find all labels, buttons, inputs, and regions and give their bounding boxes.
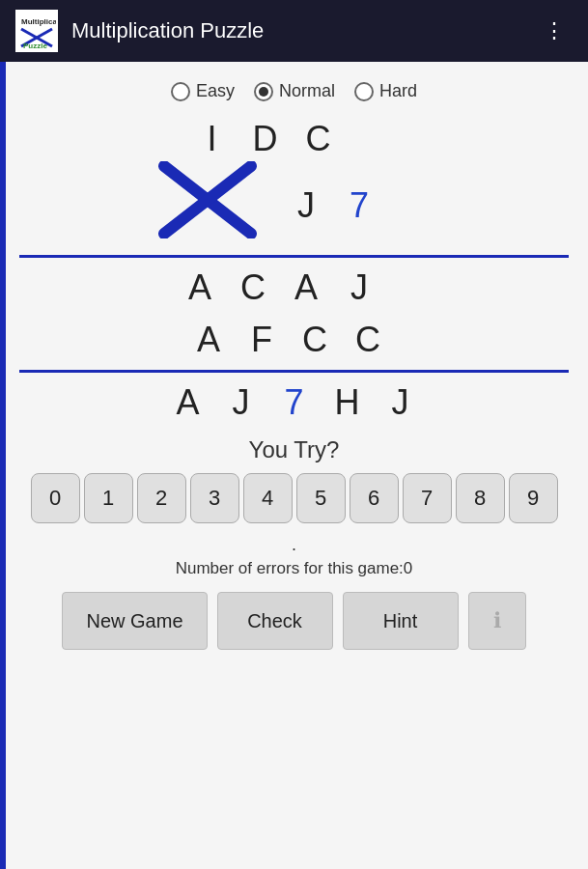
label-normal: Normal bbox=[279, 81, 335, 101]
multiply-symbol bbox=[145, 161, 270, 249]
num-btn-9[interactable]: 9 bbox=[509, 473, 558, 523]
res2-F: F bbox=[236, 320, 289, 360]
num-btn-1[interactable]: 1 bbox=[84, 473, 133, 523]
puzzle-cell-7: 7 bbox=[333, 185, 386, 226]
divider-bottom bbox=[19, 370, 569, 373]
top-number-row: I D C bbox=[185, 119, 403, 159]
main-content: Easy Normal Hard I D C J bbox=[0, 62, 588, 869]
puzzle-cell-I: I bbox=[185, 119, 238, 159]
svg-text:Puzzle: Puzzle bbox=[23, 42, 47, 50]
difficulty-easy[interactable]: Easy bbox=[171, 81, 235, 101]
res1-C: C bbox=[227, 267, 280, 308]
num-btn-4[interactable]: 4 bbox=[243, 473, 293, 523]
puzzle-cell-D: D bbox=[238, 119, 292, 159]
final-J2: J bbox=[374, 382, 427, 423]
final-J: J bbox=[214, 382, 267, 423]
difficulty-normal[interactable]: Normal bbox=[254, 81, 335, 101]
num-btn-7[interactable]: 7 bbox=[403, 473, 452, 523]
second-number-row: J 7 bbox=[280, 185, 444, 226]
res2-C2: C bbox=[342, 320, 395, 360]
num-btn-6[interactable]: 6 bbox=[350, 473, 399, 523]
puzzle-cell-C: C bbox=[292, 119, 345, 159]
radio-hard[interactable] bbox=[354, 82, 374, 101]
puzzle-cell-J2: J bbox=[280, 185, 333, 226]
final-A: A bbox=[161, 382, 214, 423]
info-button[interactable]: ℹ bbox=[468, 592, 526, 650]
bottom-buttons: New Game Check Hint ℹ bbox=[62, 592, 525, 650]
num-btn-5[interactable]: 5 bbox=[296, 473, 346, 523]
final-7: 7 bbox=[267, 382, 321, 423]
you-try-label: You Try? bbox=[249, 436, 340, 463]
number-pad: 0 1 2 3 4 5 6 7 8 9 bbox=[31, 473, 558, 523]
label-hard: Hard bbox=[379, 81, 417, 101]
num-btn-3[interactable]: 3 bbox=[190, 473, 239, 523]
top-bar: Multiplication Puzzle Multiplication Puz… bbox=[0, 0, 588, 62]
difficulty-hard[interactable]: Hard bbox=[354, 81, 417, 101]
divider-top bbox=[19, 255, 569, 258]
num-btn-0[interactable]: 0 bbox=[31, 473, 80, 523]
menu-icon[interactable]: ⋮ bbox=[536, 11, 573, 51]
num-btn-2[interactable]: 2 bbox=[137, 473, 186, 523]
app-icon: Multiplication Puzzle bbox=[15, 10, 58, 52]
check-button[interactable]: Check bbox=[217, 592, 333, 650]
radio-easy[interactable] bbox=[171, 82, 190, 101]
res1-J: J bbox=[333, 267, 386, 308]
error-count: Number of errors for this game:0 bbox=[176, 559, 413, 578]
res2-C: C bbox=[289, 320, 342, 360]
app-title: Multiplication Puzzle bbox=[71, 18, 536, 43]
result-row-2: A F C C bbox=[182, 320, 406, 360]
label-easy: Easy bbox=[196, 81, 235, 101]
new-game-button[interactable]: New Game bbox=[62, 592, 207, 650]
puzzle-area: I D C J 7 A C A J bbox=[19, 119, 569, 854]
res1-A: A bbox=[174, 267, 227, 308]
error-number: 0 bbox=[404, 559, 412, 577]
res1-A2: A bbox=[280, 267, 333, 308]
res2-A: A bbox=[182, 320, 236, 360]
error-text: Number of errors for this game: bbox=[176, 559, 404, 577]
dot-indicator: . bbox=[292, 535, 296, 555]
mult-symbol-row: J 7 bbox=[145, 161, 444, 249]
result-row-1: A C A J bbox=[174, 267, 415, 308]
svg-text:Multiplication: Multiplication bbox=[21, 17, 56, 26]
left-accent-bar bbox=[0, 62, 6, 869]
difficulty-selector: Easy Normal Hard bbox=[19, 81, 569, 101]
final-H: H bbox=[321, 382, 374, 423]
num-btn-8[interactable]: 8 bbox=[456, 473, 505, 523]
final-row: A J 7 H J bbox=[161, 382, 427, 423]
hint-button[interactable]: Hint bbox=[343, 592, 459, 650]
radio-normal[interactable] bbox=[254, 82, 273, 101]
